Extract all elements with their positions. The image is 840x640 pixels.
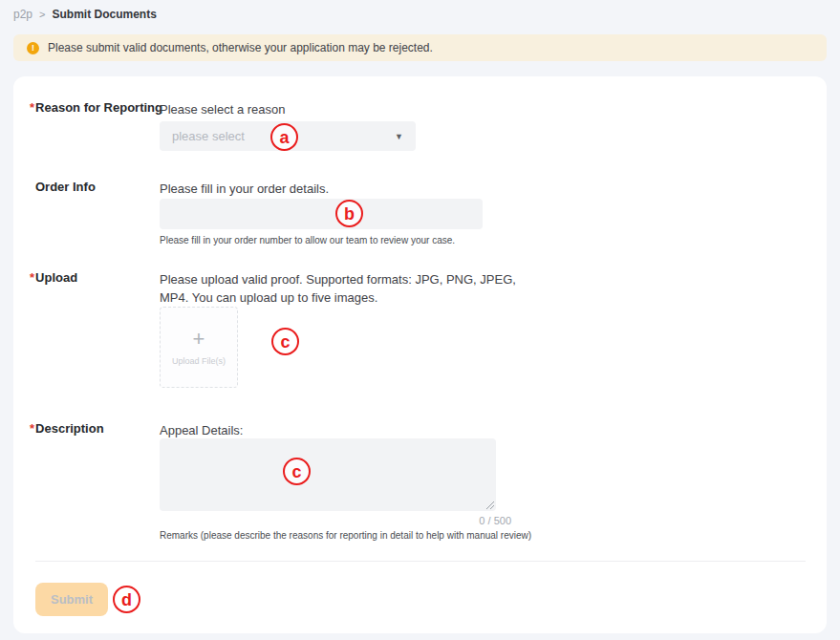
upload-box[interactable]: + Upload File(s) <box>160 307 238 388</box>
footer-divider <box>35 561 806 562</box>
reason-hint-text: Please select a reason <box>160 100 286 118</box>
submit-button[interactable]: Submit <box>35 583 108 616</box>
upload-box-label: Upload File(s) <box>172 356 226 366</box>
breadcrumb: p2p > Submit Documents <box>13 8 157 21</box>
annotation-mark-b: b <box>335 200 363 227</box>
description-helper-text: Remarks (please describe the reasons for… <box>160 530 531 541</box>
upload-hint-text: Please upload valid proof. Supported for… <box>160 270 530 307</box>
annotation-mark-d: d <box>113 586 140 613</box>
breadcrumb-separator-icon: > <box>39 9 45 20</box>
warning-banner: ! Please submit valid documents, otherwi… <box>13 34 827 61</box>
order-helper-text: Please fill in your order number to allo… <box>160 235 455 245</box>
description-textarea[interactable] <box>160 438 496 511</box>
description-hint-text: Appeal Details: <box>160 421 243 439</box>
required-asterisk: * <box>30 100 34 115</box>
annotation-mark-c1: c <box>271 328 299 355</box>
description-field-label: *Description <box>30 421 104 436</box>
breadcrumb-current-page: Submit Documents <box>52 8 156 21</box>
warning-banner-text: Please submit valid documents, otherwise… <box>48 41 433 54</box>
breadcrumb-link-p2p[interactable]: p2p <box>13 8 32 21</box>
annotation-mark-a: a <box>270 123 298 151</box>
character-counter: 0 / 500 <box>160 515 511 526</box>
order-field-label: Order Info <box>35 180 96 194</box>
required-asterisk: * <box>30 270 34 285</box>
chevron-down-icon: ▼ <box>395 132 403 141</box>
order-hint-text: Please fill in your order details. <box>160 180 329 198</box>
textarea-resize-handle[interactable] <box>485 501 494 509</box>
plus-icon: + <box>193 330 205 349</box>
submit-documents-form-card: *Reason for Reporting Please select a re… <box>13 76 827 633</box>
upload-field-label: *Upload <box>30 270 77 285</box>
order-input[interactable] <box>160 199 483 229</box>
annotation-mark-c2: c <box>283 458 311 485</box>
reason-field-label: *Reason for Reporting <box>30 100 162 115</box>
warning-icon: ! <box>27 42 39 54</box>
required-asterisk: * <box>30 421 34 436</box>
